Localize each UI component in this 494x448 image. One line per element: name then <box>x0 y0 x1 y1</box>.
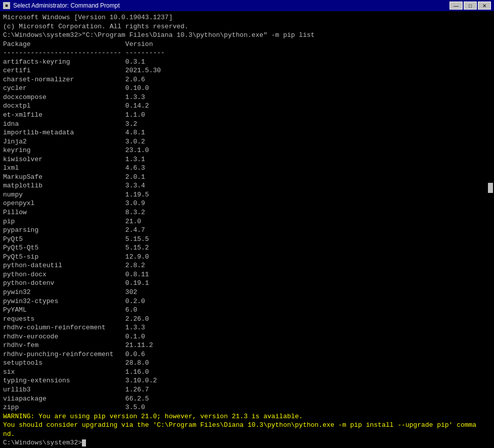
terminal-line: charset-normalizer 2.0.6 <box>3 75 491 84</box>
terminal-line: rhdhv-column-reinforcement 1.3.3 <box>3 323 491 332</box>
terminal-line: cycler 0.10.0 <box>3 84 491 93</box>
scrollbar-thumb[interactable] <box>488 183 493 193</box>
minimize-button[interactable]: — <box>450 2 463 10</box>
terminal-line: pip 21.0 <box>3 217 491 226</box>
terminal-line: viiapackage 66.2.5 <box>3 394 491 404</box>
terminal-line: docxcompose 1.3.3 <box>3 93 491 102</box>
terminal-line: PyQt5-Qt5 5.15.2 <box>3 243 491 253</box>
terminal-line: pywin32 302 <box>3 288 491 297</box>
terminal-line: et-xmlfile 1.1.0 <box>3 111 491 120</box>
terminal-line: requests 2.26.0 <box>3 315 491 324</box>
terminal-line: zipp 3.5.0 <box>3 403 491 412</box>
terminal-line: kiwisolver 1.3.1 <box>3 155 491 164</box>
terminal-line: urllib3 1.26.7 <box>3 385 491 394</box>
terminal-cursor <box>82 439 86 446</box>
terminal-line: C:\Windows\system32> <box>3 438 491 447</box>
terminal-line: setuptools 28.8.0 <box>3 359 491 368</box>
terminal-line: Jinja2 3.0.2 <box>3 137 491 146</box>
terminal-line: keyring 23.1.0 <box>3 146 491 155</box>
terminal-line: python-dateutil 2.8.2 <box>3 261 491 270</box>
maximize-button[interactable]: □ <box>464 2 477 10</box>
close-button[interactable]: ✕ <box>478 2 491 10</box>
terminal-line: typing-extensions 3.10.0.2 <box>3 376 491 385</box>
terminal-line: rhdhv-eurocode 0.1.0 <box>3 332 491 341</box>
terminal-line: six 1.16.0 <box>3 368 491 377</box>
terminal-line: certifi 2021.5.30 <box>3 66 491 75</box>
terminal-line: pywin32-ctypes 0.2.0 <box>3 297 491 306</box>
terminal-window: Microsoft Windows [Version 10.0.19043.12… <box>0 11 494 448</box>
terminal-line: PyQt5 5.15.5 <box>3 235 491 244</box>
terminal-line: PyYAML 6.0 <box>3 306 491 315</box>
terminal-line: Pillow 8.3.2 <box>3 208 491 217</box>
terminal-line: pyparsing 2.4.7 <box>3 226 491 235</box>
title-bar-title: Select Administrator: Command Prompt <box>13 2 120 9</box>
terminal-line: PyQt5-sip 12.9.0 <box>3 253 491 262</box>
title-bar-icon: ■ <box>3 2 10 9</box>
terminal-line: rhdhv-punching-reinforcement 0.0.6 <box>3 350 491 359</box>
title-bar[interactable]: ■ Select Administrator: Command Prompt —… <box>0 0 494 11</box>
terminal-line: Package Version <box>3 40 491 49</box>
terminal-line: Microsoft Windows [Version 10.0.19043.12… <box>3 13 491 22</box>
terminal-line: matplotlib 3.3.4 <box>3 181 491 190</box>
terminal-line: WARNING: You are using pip version 21.0;… <box>3 412 491 421</box>
terminal-line: lxml 4.6.3 <box>3 164 491 173</box>
terminal-line: (c) Microsoft Corporation. All rights re… <box>3 22 491 31</box>
terminal-line: nd. <box>3 430 491 439</box>
terminal-line: python-dotenv 0.19.1 <box>3 279 491 288</box>
terminal-line: ------------------------------ ---------… <box>3 48 491 58</box>
terminal-line: artifacts-keyring 0.3.1 <box>3 58 491 67</box>
terminal-line: C:\Windows\system32>"C:\Program Files\Di… <box>3 31 491 40</box>
terminal-line: openpyxl 3.0.9 <box>3 199 491 208</box>
terminal-line: MarkupSafe 2.0.1 <box>3 173 491 182</box>
terminal-line: docxtpl 0.14.2 <box>3 102 491 111</box>
terminal-line: You should consider upgrading via the 'C… <box>3 421 491 430</box>
terminal-line: numpy 1.19.5 <box>3 190 491 200</box>
terminal-line: rhdhv-fem 21.11.2 <box>3 341 491 350</box>
terminal-line: idna 3.2 <box>3 120 491 129</box>
terminal-line: python-docx 0.8.11 <box>3 270 491 279</box>
terminal-line: importlib-metadata 4.8.1 <box>3 128 491 137</box>
